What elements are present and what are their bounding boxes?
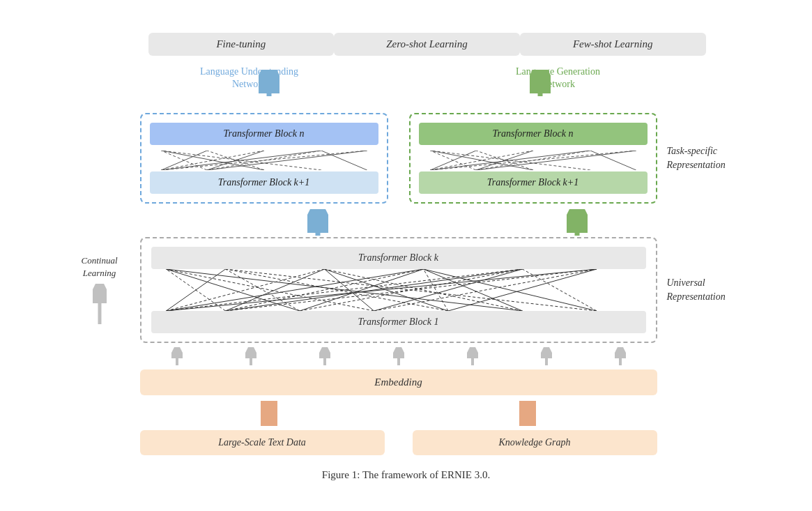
blue-up-arrow	[259, 70, 279, 100]
green-up-arrow	[530, 70, 551, 100]
input-row: Large-Scale Text Data Knowledge Graph	[65, 430, 748, 455]
bottom-arrows-row	[65, 401, 748, 426]
finetuning-label: Fine-tuning	[148, 33, 335, 56]
small-arrow-5	[467, 347, 478, 367]
mid-blue-arrow	[307, 209, 328, 240]
embedding-box: Embedding	[140, 369, 657, 395]
svg-line-35	[166, 269, 324, 311]
zeroshot-label: Zero-shot Learning	[334, 33, 520, 56]
text-data-box: Large-Scale Text Data	[140, 430, 385, 455]
small-arrow-6	[541, 347, 552, 367]
task-box-green: Transformer Block n Transformer Block k+…	[409, 113, 657, 204]
embedding-row: Embedding	[65, 369, 748, 395]
fewshot-label: Few-shot Learning	[520, 33, 706, 56]
universal-transformer-k: Transformer Block k	[151, 247, 646, 269]
figure-caption: Figure 1: The framework of ERNIE 3.0.	[65, 469, 748, 481]
universal-box: Transformer Block k	[140, 237, 657, 343]
figure-container: Fine-tuning Zero-shot Learning Few-shot …	[37, 16, 776, 495]
mid-arrows-row	[65, 209, 748, 237]
svg-line-51	[374, 269, 597, 311]
task-box-blue: Transformer Block n Transformer B	[140, 113, 388, 204]
svg-line-19	[430, 151, 636, 170]
svg-line-45	[225, 269, 300, 311]
small-arrow-3	[319, 347, 330, 367]
svg-line-46	[300, 269, 424, 311]
svg-line-57	[324, 269, 522, 311]
knowledge-graph-box: Knowledge Graph	[413, 430, 657, 455]
small-arrow-7	[615, 347, 626, 367]
top-labels-row: Fine-tuning Zero-shot Learning Few-shot …	[65, 33, 748, 56]
lang-generation-label: Language Generation Network	[503, 66, 614, 91]
continual-learning-area: Continual Learning	[65, 237, 140, 343]
svg-line-11	[207, 151, 367, 170]
green-transformer-n: Transformer Block n	[419, 123, 648, 145]
diagram: Fine-tuning Zero-shot Learning Few-shot …	[65, 33, 748, 481]
small-arrow-2	[245, 347, 256, 367]
mid-green-arrow	[567, 209, 588, 240]
universal-label: Universal Representation	[657, 237, 748, 343]
svg-line-49	[324, 269, 374, 311]
small-arrow-4	[393, 347, 404, 367]
bottom-arrow-right	[399, 401, 657, 426]
lang-understanding-label: Language Understanding Network	[194, 66, 305, 91]
bottom-arrow-left	[140, 401, 399, 426]
svg-line-52	[225, 269, 448, 311]
svg-line-40	[225, 269, 324, 311]
svg-line-54	[423, 269, 448, 311]
continual-learning-label: Continual Learning	[65, 254, 135, 280]
blue-transformer-k1: Transformer Block k+1	[150, 171, 378, 194]
svg-line-23	[476, 151, 636, 170]
svg-line-58	[423, 269, 522, 311]
small-arrow-1	[171, 347, 183, 367]
universal-transformer-1: Transformer Block 1	[151, 311, 646, 333]
task-specific-row: Transformer Block n Transformer B	[65, 113, 748, 204]
universal-row: Continual Learning Transformer Block k	[65, 237, 748, 343]
svg-line-41	[225, 269, 423, 311]
green-transformer-k1: Transformer Block k+1	[419, 171, 648, 194]
task-specific-label: Task-specific Representation	[657, 113, 748, 204]
blue-transformer-n: Transformer Block n	[150, 123, 378, 145]
small-arrows-row	[65, 347, 748, 367]
svg-line-7	[161, 151, 367, 170]
svg-line-38	[166, 269, 597, 311]
